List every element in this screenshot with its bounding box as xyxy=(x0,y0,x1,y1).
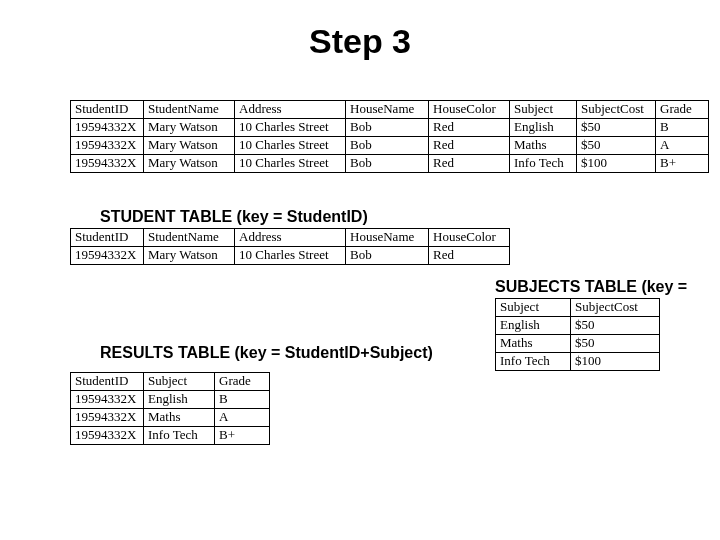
cell: $50 xyxy=(571,334,660,352)
col-header: SubjectCost xyxy=(577,101,656,119)
table-row: 19594332X Info Tech B+ xyxy=(71,426,270,444)
cell: 10 Charles Street xyxy=(235,118,346,136)
caption-results-table: RESULTS TABLE (key = StudentID+Subject) xyxy=(100,344,433,362)
cell: $50 xyxy=(577,136,656,154)
cell: A xyxy=(215,408,270,426)
cell: Bob xyxy=(346,246,429,264)
cell: $50 xyxy=(577,118,656,136)
cell: B+ xyxy=(656,154,709,172)
cell: Maths xyxy=(144,408,215,426)
cell: $50 xyxy=(571,316,660,334)
col-header: Address xyxy=(235,101,346,119)
cell: Mary Watson xyxy=(144,154,235,172)
cell: Bob xyxy=(346,118,429,136)
cell: $100 xyxy=(577,154,656,172)
cell: 19594332X xyxy=(71,390,144,408)
col-header: HouseName xyxy=(346,229,429,247)
cell: English xyxy=(496,316,571,334)
table-row: Info Tech $100 xyxy=(496,352,660,370)
cell: Red xyxy=(429,154,510,172)
caption-student-table: STUDENT TABLE (key = StudentID) xyxy=(100,208,368,226)
col-header: Grade xyxy=(656,101,709,119)
cell: Red xyxy=(429,246,510,264)
table-row: 19594332X Mary Watson 10 Charles Street … xyxy=(71,154,709,172)
cell: 19594332X xyxy=(71,118,144,136)
cell: Red xyxy=(429,118,510,136)
col-header: StudentName xyxy=(144,101,235,119)
table-header-row: StudentID StudentName Address HouseName … xyxy=(71,229,510,247)
cell: Mary Watson xyxy=(144,246,235,264)
cell: Info Tech xyxy=(144,426,215,444)
table-row: 19594332X Mary Watson 10 Charles Street … xyxy=(71,118,709,136)
cell: Mary Watson xyxy=(144,118,235,136)
table-results: StudentID Subject Grade 19594332X Englis… xyxy=(70,372,270,445)
col-header: Subject xyxy=(496,299,571,317)
col-header: HouseName xyxy=(346,101,429,119)
cell: 19594332X xyxy=(71,154,144,172)
cell: B xyxy=(215,390,270,408)
table-row: 19594332X English B xyxy=(71,390,270,408)
col-header: Subject xyxy=(144,373,215,391)
col-header: Address xyxy=(235,229,346,247)
table-original: StudentID StudentName Address HouseName … xyxy=(70,100,709,173)
cell: 10 Charles Street xyxy=(235,136,346,154)
col-header: StudentID xyxy=(71,229,144,247)
cell: 19594332X xyxy=(71,408,144,426)
cell: 10 Charles Street xyxy=(235,154,346,172)
table-subjects: Subject SubjectCost English $50 Maths $5… xyxy=(495,298,660,371)
cell: Bob xyxy=(346,154,429,172)
table-row: 19594332X Mary Watson 10 Charles Street … xyxy=(71,246,510,264)
table-header-row: Subject SubjectCost xyxy=(496,299,660,317)
cell: B+ xyxy=(215,426,270,444)
cell: Mary Watson xyxy=(144,136,235,154)
table-row: English $50 xyxy=(496,316,660,334)
col-header: StudentID xyxy=(71,101,144,119)
table-header-row: StudentID Subject Grade xyxy=(71,373,270,391)
table-row: 19594332X Mary Watson 10 Charles Street … xyxy=(71,136,709,154)
cell: Maths xyxy=(510,136,577,154)
page-title: Step 3 xyxy=(0,0,720,79)
col-header: HouseColor xyxy=(429,229,510,247)
cell: $100 xyxy=(571,352,660,370)
cell: Red xyxy=(429,136,510,154)
col-header: Grade xyxy=(215,373,270,391)
cell: 19594332X xyxy=(71,136,144,154)
col-header: StudentName xyxy=(144,229,235,247)
cell: English xyxy=(510,118,577,136)
cell: 19594332X xyxy=(71,426,144,444)
col-header: StudentID xyxy=(71,373,144,391)
table-row: Maths $50 xyxy=(496,334,660,352)
col-header: Subject xyxy=(510,101,577,119)
table-student: StudentID StudentName Address HouseName … xyxy=(70,228,510,265)
cell: Info Tech xyxy=(510,154,577,172)
cell: 19594332X xyxy=(71,246,144,264)
cell: Bob xyxy=(346,136,429,154)
cell: 10 Charles Street xyxy=(235,246,346,264)
table-header-row: StudentID StudentName Address HouseName … xyxy=(71,101,709,119)
col-header: SubjectCost xyxy=(571,299,660,317)
col-header: HouseColor xyxy=(429,101,510,119)
cell: Info Tech xyxy=(496,352,571,370)
cell: Maths xyxy=(496,334,571,352)
cell: A xyxy=(656,136,709,154)
cell: English xyxy=(144,390,215,408)
cell: B xyxy=(656,118,709,136)
table-row: 19594332X Maths A xyxy=(71,408,270,426)
